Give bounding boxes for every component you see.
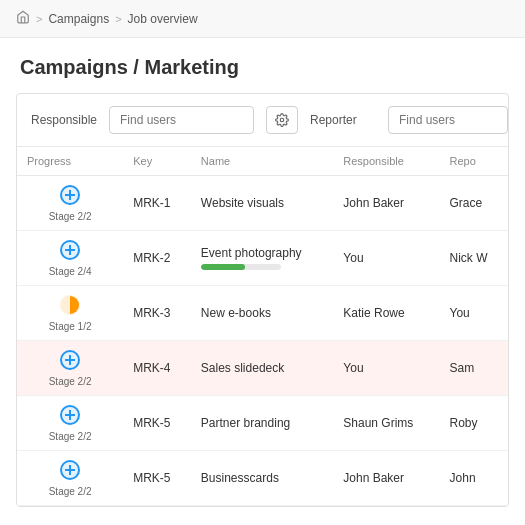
breadcrumb: > Campaigns > Job overview [0, 0, 525, 38]
col-responsible: Responsible [333, 147, 439, 176]
jobs-table: Progress Key Name Responsible Repo Stage… [17, 147, 508, 506]
reporter-filter-group: Reporter [310, 106, 508, 134]
col-progress: Progress [17, 147, 123, 176]
table-header-row: Progress Key Name Responsible Repo [17, 147, 508, 176]
progress-cell: Stage 2/4 [17, 231, 123, 286]
stage-icon [59, 349, 81, 374]
name-cell: Event photography [191, 231, 333, 286]
progress-cell: Stage 2/2 [17, 341, 123, 396]
key-cell: MRK-2 [123, 231, 191, 286]
stage-label: Stage 2/2 [49, 211, 92, 222]
table-row[interactable]: Stage 2/2 MRK-5 Partner branding Shaun G… [17, 396, 508, 451]
table-row[interactable]: Stage 2/2 MRK-5 Businesscards John Baker… [17, 451, 508, 506]
stage-label: Stage 2/2 [49, 486, 92, 497]
name-cell: Businesscards [191, 451, 333, 506]
responsible-cell: John Baker [333, 451, 439, 506]
key-cell: MRK-5 [123, 396, 191, 451]
responsible-cell: You [333, 231, 439, 286]
progress-bar-fill [201, 264, 245, 270]
progress-cell: Stage 2/2 [17, 176, 123, 231]
stage-label: Stage 2/2 [49, 376, 92, 387]
stage-icon [59, 184, 81, 209]
job-name: Event photography [201, 246, 323, 260]
reporter-cell: Nick W [440, 231, 508, 286]
key-cell: MRK-5 [123, 451, 191, 506]
progress-cell: Stage 2/2 [17, 451, 123, 506]
table-row[interactable]: Stage 2/2 MRK-4 Sales slidedeck You Sam [17, 341, 508, 396]
progress-bar-container [201, 264, 281, 270]
filter-row: Responsible Reporter [17, 94, 508, 147]
main-card: Responsible Reporter Progress Key Name R… [16, 93, 509, 507]
responsible-cell: Shaun Grims [333, 396, 439, 451]
reporter-cell: Sam [440, 341, 508, 396]
job-name: Sales slidedeck [201, 361, 284, 375]
home-icon[interactable] [16, 10, 30, 27]
responsible-cell: John Baker [333, 176, 439, 231]
responsible-filter-group: Responsible [31, 106, 254, 134]
settings-button[interactable] [266, 106, 298, 134]
job-name: Partner branding [201, 416, 290, 430]
breadcrumb-job-overview: Job overview [128, 12, 198, 26]
stage-label: Stage 2/2 [49, 431, 92, 442]
reporter-cell: John [440, 451, 508, 506]
breadcrumb-sep-1: > [36, 13, 42, 25]
stage-icon [59, 239, 81, 264]
job-name: New e-books [201, 306, 271, 320]
breadcrumb-campaigns[interactable]: Campaigns [48, 12, 109, 26]
progress-cell: Stage 1/2 [17, 286, 123, 341]
reporter-cell: Roby [440, 396, 508, 451]
name-cell: Partner branding [191, 396, 333, 451]
name-cell: Website visuals [191, 176, 333, 231]
responsible-cell: You [333, 341, 439, 396]
stage-label: Stage 2/4 [49, 266, 92, 277]
name-cell: New e-books [191, 286, 333, 341]
table-row[interactable]: Stage 2/4 MRK-2 Event photography You Ni… [17, 231, 508, 286]
col-reporter: Repo [440, 147, 508, 176]
stage-icon [59, 294, 81, 319]
reporter-input[interactable] [388, 106, 508, 134]
reporter-cell: Grace [440, 176, 508, 231]
reporter-cell: You [440, 286, 508, 341]
svg-point-0 [280, 118, 284, 122]
page-title: Campaigns / Marketing [0, 38, 525, 93]
stage-icon [59, 459, 81, 484]
col-key: Key [123, 147, 191, 176]
job-name: Businesscards [201, 471, 279, 485]
col-name: Name [191, 147, 333, 176]
name-with-progress: Event photography [201, 246, 323, 270]
reporter-label: Reporter [310, 113, 380, 127]
responsible-cell: Katie Rowe [333, 286, 439, 341]
breadcrumb-sep-2: > [115, 13, 121, 25]
responsible-input[interactable] [109, 106, 254, 134]
job-name: Website visuals [201, 196, 284, 210]
table-row[interactable]: Stage 2/2 MRK-1 Website visuals John Bak… [17, 176, 508, 231]
name-cell: Sales slidedeck [191, 341, 333, 396]
table-row[interactable]: Stage 1/2 MRK-3 New e-books Katie Rowe Y… [17, 286, 508, 341]
key-cell: MRK-1 [123, 176, 191, 231]
stage-label: Stage 1/2 [49, 321, 92, 332]
key-cell: MRK-4 [123, 341, 191, 396]
stage-icon [59, 404, 81, 429]
progress-cell: Stage 2/2 [17, 396, 123, 451]
responsible-label: Responsible [31, 113, 101, 127]
key-cell: MRK-3 [123, 286, 191, 341]
